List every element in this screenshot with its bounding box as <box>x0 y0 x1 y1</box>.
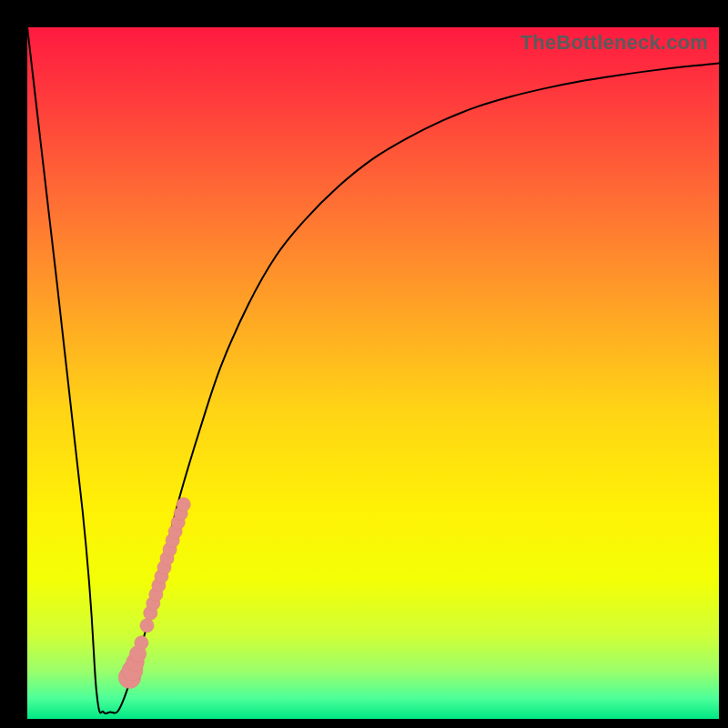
highlight-dots <box>118 498 190 689</box>
highlight-dot <box>135 636 148 650</box>
chart-frame: TheBottleneck.com <box>0 0 728 728</box>
plot-area: TheBottleneck.com <box>27 27 719 719</box>
bottleneck-curve <box>27 27 719 713</box>
highlight-dot <box>140 619 154 632</box>
chart-svg <box>27 27 719 719</box>
highlight-dot <box>177 498 190 511</box>
